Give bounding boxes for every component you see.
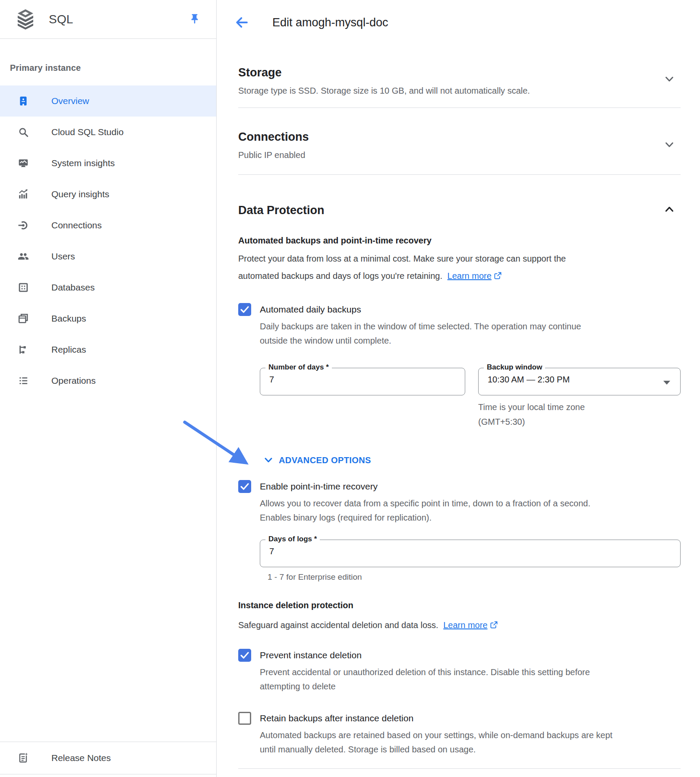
pitr-row: Enable point-in-time recovery bbox=[238, 480, 681, 493]
external-link-icon bbox=[490, 620, 498, 632]
storage-expand-chevron-down-icon[interactable] bbox=[663, 73, 675, 85]
dropdown-arrow-icon[interactable] bbox=[663, 381, 670, 385]
note-line: (GMT+5:30) bbox=[478, 414, 681, 429]
operations-icon bbox=[18, 375, 29, 386]
back-arrow-icon[interactable] bbox=[234, 15, 249, 30]
description-line: Protect your data from loss at a minimal… bbox=[238, 250, 681, 267]
sidebar-item-replicas[interactable]: Replicas bbox=[0, 334, 216, 365]
learn-more-link[interactable]: Learn more bbox=[443, 620, 487, 630]
sidebar-item-release-notes[interactable]: Release Notes bbox=[0, 742, 216, 774]
description-line: Prevent accidental or unauthorized delet… bbox=[260, 665, 681, 679]
advanced-options-label: ADVANCED OPTIONS bbox=[279, 455, 371, 465]
pitr-checkbox[interactable] bbox=[238, 480, 251, 493]
number-of-days-field-wrap: Number of days * bbox=[260, 368, 465, 429]
prevent-deletion-label: Prevent instance deletion bbox=[260, 650, 362, 660]
description-line: Enables binary logs (required for replic… bbox=[260, 511, 681, 525]
backup-window-label: Backup window bbox=[484, 363, 545, 372]
release-notes-icon bbox=[18, 752, 29, 764]
page-title: Edit amogh-mysql-doc bbox=[272, 16, 388, 29]
sidebar-item-overview[interactable]: Overview bbox=[0, 85, 216, 117]
query-insights-icon bbox=[18, 189, 29, 200]
backup-fields-row: Number of days * Backup window 10:30 AM … bbox=[260, 368, 681, 429]
data-protection-collapse-chevron-up-icon[interactable] bbox=[663, 203, 675, 215]
days-of-logs-helper: 1 - 7 for Enterprise edition bbox=[268, 572, 681, 583]
section-divider bbox=[238, 174, 681, 175]
connections-summary: Public IP enabled bbox=[238, 149, 681, 161]
overview-icon bbox=[18, 95, 29, 107]
advanced-options-toggle[interactable]: ADVANCED OPTIONS bbox=[263, 455, 681, 465]
days-of-logs-input[interactable] bbox=[260, 540, 680, 556]
sidebar-item-system-insights[interactable]: System insights bbox=[0, 148, 216, 179]
days-of-logs-label: Days of logs * bbox=[265, 535, 320, 543]
automated-daily-backups-description: Daily backups are taken in the window of… bbox=[260, 319, 681, 348]
sidebar-section-label: Primary instance bbox=[10, 62, 216, 74]
sidebar-item-query-insights[interactable]: Query insights bbox=[0, 179, 216, 210]
sidebar-nav: Overview Cloud SQL Studio System insight… bbox=[0, 85, 216, 396]
prevent-deletion-description: Prevent accidental or unauthorized delet… bbox=[260, 665, 681, 694]
connections-expand-chevron-down-icon[interactable] bbox=[663, 139, 675, 151]
automated-daily-backups-checkbox[interactable] bbox=[238, 303, 251, 316]
description-line: Safeguard against accidental deletion an… bbox=[238, 620, 438, 630]
description-line: until manually deleted. Storage is bille… bbox=[260, 742, 681, 757]
sidebar-item-label: Users bbox=[51, 251, 75, 262]
page-header: Edit amogh-mysql-doc bbox=[217, 0, 700, 45]
connections-icon bbox=[18, 220, 29, 231]
automated-backups-heading: Automated backups and point-in-time reco… bbox=[238, 234, 681, 246]
automated-backups-description: Protect your data from loss at a minimal… bbox=[238, 250, 681, 285]
sidebar-item-label: Backups bbox=[51, 313, 86, 324]
sidebar-item-label: System insights bbox=[51, 158, 115, 168]
timezone-note: Time is your local time zone (GMT+5:30) bbox=[478, 400, 681, 429]
automated-daily-backups-label: Automated daily backups bbox=[260, 304, 361, 315]
learn-more-link[interactable]: Learn more bbox=[448, 271, 492, 281]
sidebar-item-label: Databases bbox=[51, 282, 95, 293]
prevent-deletion-row: Prevent instance deletion bbox=[238, 649, 681, 662]
description-line: outside the window until complete. bbox=[260, 334, 681, 348]
sidebar-item-users[interactable]: Users bbox=[0, 241, 216, 272]
sidebar-item-cloud-sql-studio[interactable]: Cloud SQL Studio bbox=[0, 117, 216, 148]
connections-title: Connections bbox=[238, 128, 681, 145]
sidebar-item-label: Cloud SQL Studio bbox=[51, 127, 123, 137]
deletion-protection-description: Safeguard against accidental deletion an… bbox=[238, 613, 681, 632]
users-icon bbox=[18, 251, 29, 262]
days-of-logs-field-wrap: Days of logs * 1 - 7 for Enterprise edit… bbox=[260, 540, 681, 583]
section-divider bbox=[238, 768, 681, 769]
sidebar-item-connections[interactable]: Connections bbox=[0, 210, 216, 241]
number-of-days-label: Number of days * bbox=[265, 363, 332, 372]
system-insights-icon bbox=[18, 158, 29, 169]
external-link-icon bbox=[494, 268, 502, 285]
data-protection-section-header: Data Protection bbox=[238, 202, 681, 219]
backup-window-select[interactable]: Backup window 10:30 AM — 2:30 PM bbox=[478, 368, 681, 395]
retain-backups-description: Automated backups are retained based on … bbox=[260, 728, 681, 757]
retain-backups-label: Retain backups after instance deletion bbox=[260, 713, 413, 723]
retain-backups-row: Retain backups after instance deletion bbox=[238, 712, 681, 725]
sidebar-item-operations[interactable]: Operations bbox=[0, 365, 216, 396]
prevent-deletion-checkbox[interactable] bbox=[238, 649, 251, 662]
sidebar-item-label: Replicas bbox=[51, 344, 86, 355]
description-line: automated backups and days of logs you'r… bbox=[238, 271, 502, 281]
sidebar: SQL Primary instance Overview Cloud SQL … bbox=[0, 0, 217, 777]
storage-title: Storage bbox=[238, 64, 681, 81]
backup-window-field-wrap: Backup window 10:30 AM — 2:30 PM Time is… bbox=[478, 368, 681, 429]
backups-icon bbox=[18, 313, 29, 324]
description-line: Allows you to recover data from a specif… bbox=[260, 496, 681, 511]
pin-icon[interactable] bbox=[188, 12, 202, 26]
note-line: Time is your local time zone bbox=[478, 400, 681, 414]
data-protection-title: Data Protection bbox=[238, 202, 681, 219]
replicas-icon bbox=[18, 344, 29, 355]
sidebar-item-databases[interactable]: Databases bbox=[0, 272, 216, 303]
automated-daily-backups-row: Automated daily backups bbox=[238, 303, 681, 316]
sidebar-item-label: Query insights bbox=[51, 189, 109, 199]
edit-form: Storage Storage type is SSD. Storage siz… bbox=[217, 64, 700, 769]
advanced-options-chevron-down-icon bbox=[263, 455, 274, 465]
databases-icon bbox=[18, 282, 29, 293]
sidebar-item-label: Operations bbox=[51, 376, 96, 386]
storage-section-header: Storage Storage type is SSD. Storage siz… bbox=[238, 64, 681, 97]
storage-summary: Storage type is SSD. Storage size is 10 … bbox=[238, 85, 681, 97]
connections-section-header: Connections Public IP enabled bbox=[238, 128, 681, 161]
sidebar-item-label: Release Notes bbox=[51, 753, 111, 763]
sidebar-item-backups[interactable]: Backups bbox=[0, 303, 216, 334]
retain-backups-checkbox[interactable] bbox=[238, 712, 251, 725]
description-line: Automated backups are retained based on … bbox=[260, 728, 681, 742]
description-line: attempting to delete bbox=[260, 679, 681, 694]
sidebar-item-label: Overview bbox=[51, 96, 89, 106]
